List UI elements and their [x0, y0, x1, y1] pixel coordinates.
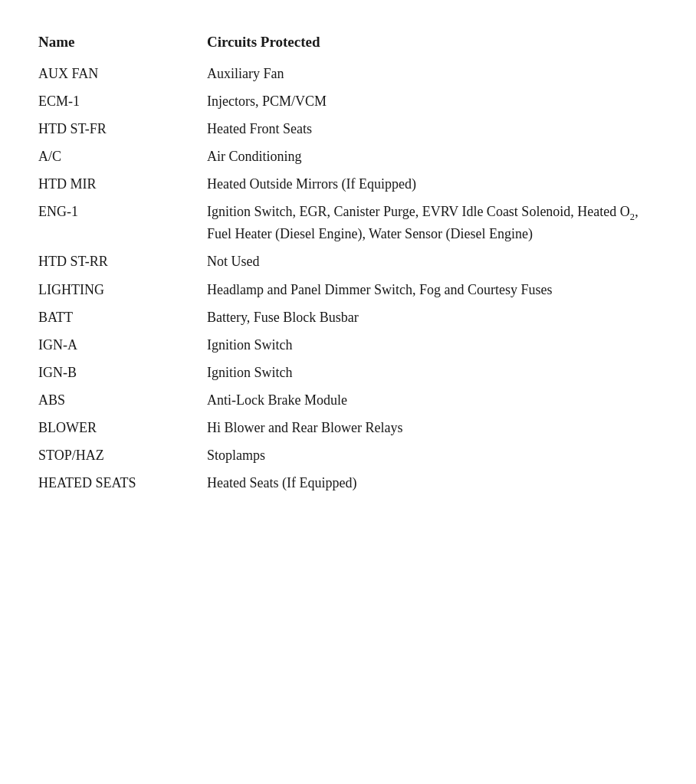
fuse-name: HTD ST-FR: [38, 115, 207, 143]
fuse-circuits: Heated Seats (If Equipped): [207, 469, 658, 497]
header-circuits: Circuits Protected: [207, 31, 658, 60]
table-row: HTD MIRHeated Outside Mirrors (If Equipp…: [38, 170, 658, 198]
fuse-name: BATT: [38, 303, 207, 331]
fuse-circuits: Ignition Switch, EGR, Canister Purge, EV…: [207, 198, 658, 248]
table-row: ECM-1Injectors, PCM/VCM: [38, 87, 658, 115]
fuse-circuits: Ignition Switch: [207, 359, 658, 386]
table-row: IGN-BIgnition Switch: [38, 359, 658, 386]
table-row: LIGHTINGHeadlamp and Panel Dimmer Switch…: [38, 276, 658, 303]
table-row: STOP/HAZStoplamps: [38, 441, 658, 469]
fuse-name: ABS: [38, 386, 207, 414]
fuse-name: LIGHTING: [38, 276, 207, 303]
fuse-name: HTD ST-RR: [38, 248, 207, 275]
fuse-circuits: Auxiliary Fan: [207, 60, 658, 87]
fuse-circuits: Air Conditioning: [207, 143, 658, 170]
fuse-circuits: Headlamp and Panel Dimmer Switch, Fog an…: [207, 276, 658, 303]
table-row: A/CAir Conditioning: [38, 143, 658, 170]
fuse-name: AUX FAN: [38, 60, 207, 87]
fuse-table: Name Circuits Protected AUX FANAuxiliary…: [38, 31, 658, 497]
fuse-circuits: Heated Front Seats: [207, 115, 658, 143]
fuse-name: IGN-A: [38, 331, 207, 359]
fuse-name: HTD MIR: [38, 170, 207, 198]
table-row: HEATED SEATSHeated Seats (If Equipped): [38, 469, 658, 497]
fuse-circuits: Battery, Fuse Block Busbar: [207, 303, 658, 331]
table-row: BLOWERHi Blower and Rear Blower Relays: [38, 414, 658, 441]
fuse-circuits: Stoplamps: [207, 441, 658, 469]
fuse-circuits: Injectors, PCM/VCM: [207, 87, 658, 115]
fuse-name: ENG-1: [38, 198, 207, 248]
table-row: ENG-1Ignition Switch, EGR, Canister Purg…: [38, 198, 658, 248]
table-row: ABSAnti-Lock Brake Module: [38, 386, 658, 414]
table-row: IGN-AIgnition Switch: [38, 331, 658, 359]
fuse-name: ECM-1: [38, 87, 207, 115]
fuse-circuits: Heated Outside Mirrors (If Equipped): [207, 170, 658, 198]
table-row: BATTBattery, Fuse Block Busbar: [38, 303, 658, 331]
table-row: HTD ST-RRNot Used: [38, 248, 658, 275]
table-row: HTD ST-FRHeated Front Seats: [38, 115, 658, 143]
fuse-name: HEATED SEATS: [38, 469, 207, 497]
fuse-circuits: Ignition Switch: [207, 331, 658, 359]
fuse-name: BLOWER: [38, 414, 207, 441]
fuse-circuits: Anti-Lock Brake Module: [207, 386, 658, 414]
fuse-circuits: Hi Blower and Rear Blower Relays: [207, 414, 658, 441]
header-name: Name: [38, 31, 207, 60]
fuse-name: IGN-B: [38, 359, 207, 386]
fuse-name: STOP/HAZ: [38, 441, 207, 469]
table-row: AUX FANAuxiliary Fan: [38, 60, 658, 87]
fuse-name: A/C: [38, 143, 207, 170]
fuse-circuits: Not Used: [207, 248, 658, 275]
